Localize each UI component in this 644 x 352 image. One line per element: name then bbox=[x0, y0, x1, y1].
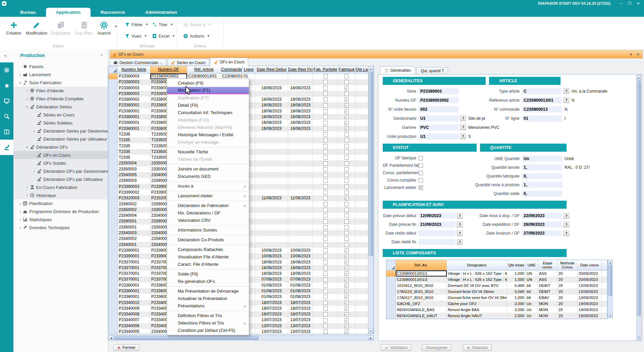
grid-cell[interactable]: 16/08/2023 bbox=[288, 120, 313, 125]
composant-cell[interactable]: b6 bbox=[526, 283, 538, 289]
checkbox-checked[interactable] bbox=[344, 115, 349, 119]
grid-cell[interactable] bbox=[288, 201, 313, 207]
grid-cell-qte[interactable] bbox=[356, 242, 368, 248]
sidebar-item-programme-directeur-de-production[interactable]: ›Programme Directeur de Production bbox=[13, 207, 108, 215]
field-value-date-expedition-of[interactable]: 26/09/2023 bbox=[522, 221, 562, 228]
grid-cell[interactable] bbox=[288, 160, 313, 166]
grid-cell-fab-partielle[interactable] bbox=[313, 276, 338, 282]
filtrer-button[interactable]: Filtrer▼ bbox=[125, 21, 148, 28]
menu-item-lancement-atelier[interactable]: Lancement Atelier› bbox=[167, 192, 249, 200]
grid-cell[interactable] bbox=[255, 190, 288, 195]
grid-cell-fab-partielle[interactable] bbox=[313, 248, 338, 253]
grid-cell[interactable]: 13/07/2023 bbox=[255, 329, 288, 334]
grid-cell[interactable]: 18/07/2023 bbox=[255, 306, 288, 311]
grid-cell[interactable]: P23390001 bbox=[118, 248, 150, 253]
checkbox-unchecked[interactable] bbox=[323, 121, 328, 125]
grid-cell[interactable]: 23350004 bbox=[118, 160, 150, 166]
grid-cell[interactable]: 23390003 bbox=[118, 178, 150, 184]
grid-cell-qte[interactable] bbox=[356, 102, 368, 108]
grid-cell[interactable] bbox=[288, 155, 313, 160]
checkbox-checked[interactable] bbox=[344, 97, 349, 102]
grid-cell[interactable]: 23350002 bbox=[118, 207, 150, 213]
favorites-rail-icon[interactable] bbox=[0, 78, 13, 93]
grid-cell-qte[interactable] bbox=[356, 108, 368, 114]
grid-cell-fabrique[interactable] bbox=[338, 317, 356, 323]
checkbox-unchecked[interactable] bbox=[323, 213, 328, 218]
composant-cell[interactable]: DEBIT bbox=[538, 289, 557, 295]
grid-cell[interactable]: P23340006 bbox=[118, 323, 150, 329]
grid-cell[interactable] bbox=[255, 224, 288, 230]
grid-cell[interactable] bbox=[288, 213, 313, 218]
grid-cell-fabrique[interactable] bbox=[338, 85, 356, 91]
composant-cell[interactable]: GACHE_OF2 bbox=[396, 301, 447, 307]
grid-cell[interactable]: 18/08/2023 bbox=[255, 97, 288, 102]
row-marker[interactable] bbox=[386, 283, 396, 289]
sidebar-item-declaration-ofs[interactable]: ∨Déclaration OFs bbox=[13, 143, 108, 151]
help-button[interactable]: ? bbox=[457, 239, 463, 245]
grid-cell-fabrique[interactable] bbox=[338, 207, 356, 213]
row-marker[interactable] bbox=[108, 91, 118, 97]
sidebar-item-en-cours-fabrication[interactable]: ›En-Cours Fabrication bbox=[13, 183, 108, 191]
menu-item-declaration-de-fabrication[interactable]: Déclaration de Fabrication› bbox=[167, 202, 249, 209]
column-header-ref-art[interactable]: Ref. Art. bbox=[396, 260, 447, 270]
grid-cell[interactable]: 10/08/2023 bbox=[255, 248, 288, 253]
close-icon[interactable]: ✕ bbox=[634, 1, 643, 6]
grid-cell-qte[interactable] bbox=[356, 79, 368, 85]
checkbox-checked[interactable] bbox=[344, 121, 349, 125]
checkbox-unchecked[interactable] bbox=[323, 330, 328, 334]
composant-cell[interactable]: ASS bbox=[538, 270, 557, 276]
grid-cell-fabrique[interactable] bbox=[338, 236, 356, 242]
composant-cell[interactable]: 17A0110_9010_9010 bbox=[396, 289, 447, 295]
grid-cell-fabrique[interactable] bbox=[338, 73, 356, 79]
checkbox-unchecked[interactable] bbox=[323, 278, 328, 282]
column-header-numero-of[interactable]: Numéro OF bbox=[150, 66, 187, 73]
sidebar-item-favoris[interactable]: Favoris bbox=[13, 62, 108, 70]
menu-tab-application[interactable]: Application bbox=[46, 8, 91, 17]
row-marker[interactable] bbox=[108, 85, 118, 91]
grid-cell[interactable] bbox=[255, 91, 288, 97]
production-rail-icon[interactable] bbox=[0, 140, 13, 155]
composant-cell[interactable]: Dormant DC HI OV avec BTC bbox=[447, 283, 507, 289]
grid-cell-fab-partielle[interactable] bbox=[313, 288, 338, 294]
checkbox-unchecked[interactable] bbox=[323, 248, 328, 253]
composant-cell[interactable]: 2,000 bbox=[507, 301, 526, 307]
grid-cell-fab-partielle[interactable] bbox=[313, 137, 338, 143]
grid-cell[interactable] bbox=[255, 137, 288, 143]
grid-cell[interactable]: 23350003 bbox=[118, 166, 150, 172]
field-value-quantite-lancee[interactable]: 1, bbox=[522, 164, 562, 170]
menu-item-solde-f6[interactable]: Solde (F6) bbox=[167, 270, 249, 278]
scrollbar-thumb[interactable] bbox=[369, 72, 373, 256]
checkbox-unchecked[interactable] bbox=[323, 190, 328, 195]
column-header-designation[interactable]: Designation bbox=[447, 260, 507, 270]
checkbox-checked[interactable] bbox=[344, 260, 349, 264]
grid-cell-fabrique[interactable] bbox=[338, 213, 356, 218]
grid-cell[interactable]: 07/08/2023 bbox=[255, 276, 288, 282]
grid-cell-qte[interactable] bbox=[356, 323, 368, 329]
grid-cell[interactable]: T2335 bbox=[118, 143, 150, 149]
grid-cell-fabrique[interactable] bbox=[338, 201, 356, 207]
row-marker[interactable] bbox=[108, 300, 118, 306]
grid-cell-qte[interactable] bbox=[356, 120, 368, 125]
composant-cell[interactable]: 1,000 bbox=[507, 295, 526, 301]
grid-cell-qte[interactable] bbox=[356, 329, 368, 334]
row-marker[interactable] bbox=[108, 143, 118, 149]
column-header-qte-lan[interactable]: Qté Lan bbox=[356, 66, 368, 73]
row-marker[interactable] bbox=[108, 242, 118, 248]
expander-icon[interactable]: › bbox=[32, 129, 37, 134]
menu-item-composants-rattaches[interactable]: Composants Rattachés bbox=[167, 246, 249, 253]
checkbox-unchecked[interactable] bbox=[323, 103, 328, 108]
grid-cell[interactable] bbox=[288, 184, 313, 190]
composant-cell[interactable]: ASS bbox=[538, 276, 557, 283]
composant-row[interactable]: 1010412_9010_9010Dormant DC HI OV avec B… bbox=[386, 283, 607, 289]
grid-cell[interactable]: 13/07/2023 bbox=[255, 317, 288, 323]
scroll-up-icon[interactable]: ▲ bbox=[637, 75, 641, 80]
grid-cell[interactable]: 01/08/2023 bbox=[255, 288, 288, 294]
composant-cell[interactable]: 19/09/2023 bbox=[578, 313, 602, 319]
chevron-down-icon[interactable]: ▾ bbox=[630, 52, 632, 57]
grid-cell-fab-partielle[interactable] bbox=[313, 224, 338, 230]
grid-cell-qte[interactable] bbox=[356, 132, 368, 137]
expander-icon[interactable]: › bbox=[24, 96, 30, 101]
field-value-reference-article[interactable]: C230800013/01 bbox=[522, 97, 562, 103]
grid-cell-fabrique[interactable] bbox=[338, 143, 356, 149]
composant-row[interactable]: GACHE_OF2Gâche pour OF22,000UnMON2019/09… bbox=[386, 301, 607, 307]
